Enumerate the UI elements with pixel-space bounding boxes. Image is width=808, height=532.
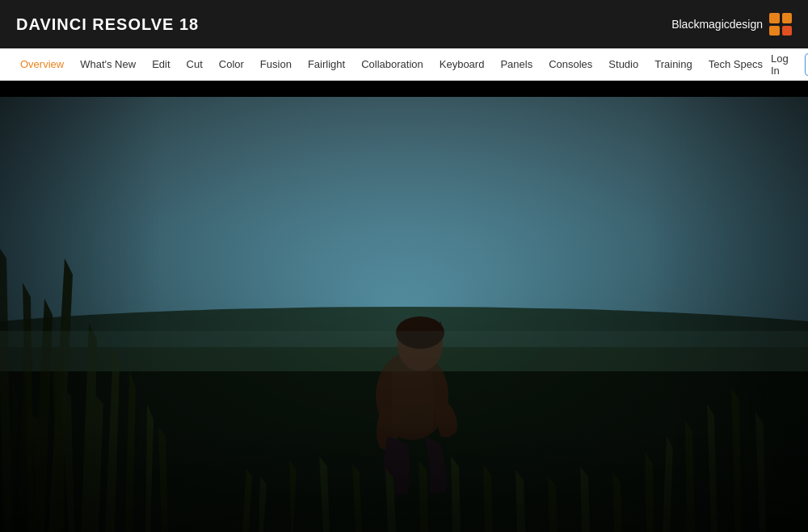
hero-scene-svg [0, 97, 808, 532]
nav-link-tech-specs[interactable]: Tech Specs [701, 48, 771, 81]
nav-link-fusion[interactable]: Fusion [252, 48, 300, 81]
nav-link-color[interactable]: Color [211, 48, 252, 81]
nav-right: Log In ☁ [771, 52, 808, 77]
nav-link-consoles[interactable]: Consoles [541, 48, 600, 81]
nav-link-collaboration[interactable]: Collaboration [353, 48, 431, 81]
top-header: DAVINCI RESOLVE 18 Blackmagicdesign [0, 0, 808, 48]
logo-dot-2 [782, 13, 793, 23]
logo-dot-1 [769, 13, 780, 23]
brand-logo-grid [769, 13, 792, 36]
nav-link-training[interactable]: Training [646, 48, 700, 81]
nav-link-whats-new[interactable]: What's New [72, 48, 144, 81]
logo-dot-3 [769, 26, 780, 36]
hero-image [0, 97, 808, 532]
svg-rect-10 [0, 420, 808, 532]
brand-logo-text: Blackmagicdesign [671, 18, 763, 31]
logo-dot-4 [782, 26, 793, 36]
nav-link-fairlight[interactable]: Fairlight [300, 48, 353, 81]
app-title: DAVINCI RESOLVE 18 [16, 15, 199, 34]
svg-rect-11 [0, 331, 808, 371]
nav-link-edit[interactable]: Edit [144, 48, 178, 81]
nav-link-overview[interactable]: Overview [12, 48, 72, 81]
cloud-icon-button[interactable]: ☁ [805, 53, 808, 76]
nav-bar: Overview What's New Edit Cut Color Fusio… [0, 48, 808, 81]
nav-link-cut[interactable]: Cut [179, 48, 211, 81]
login-button[interactable]: Log In [771, 52, 797, 77]
nav-link-keyboard[interactable]: Keyboard [431, 48, 493, 81]
nav-link-panels[interactable]: Panels [492, 48, 541, 81]
black-divider [0, 81, 808, 97]
nav-link-studio[interactable]: Studio [600, 48, 646, 81]
nav-links: Overview What's New Edit Cut Color Fusio… [12, 48, 771, 81]
logo-area: Blackmagicdesign [671, 13, 792, 36]
